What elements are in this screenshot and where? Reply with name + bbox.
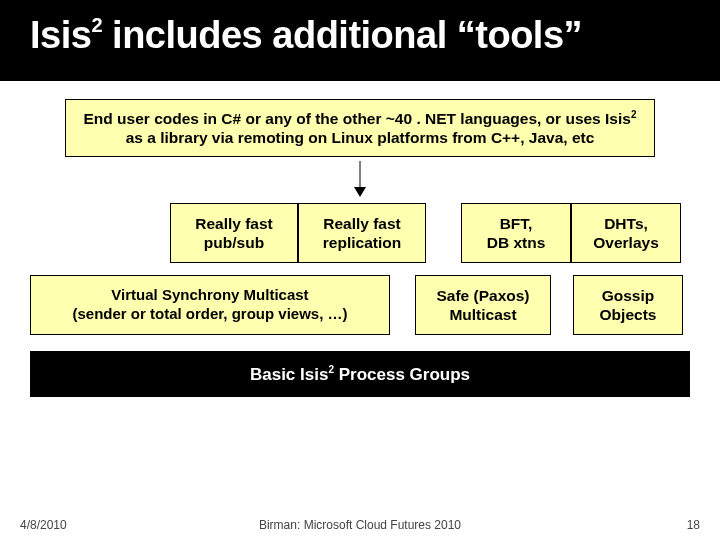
replication-line1: Really fast xyxy=(323,215,401,232)
vsync-line1: Virtual Synchrony Multicast xyxy=(111,286,308,303)
spacer xyxy=(30,203,170,263)
gap xyxy=(426,203,461,263)
pubsub-line1: Really fast xyxy=(195,215,273,232)
pubsub-line2: pub/sub xyxy=(204,234,264,251)
process-groups-label: Basic Isis2 Process Groups xyxy=(250,364,470,385)
dht-line2: Overlays xyxy=(593,234,659,251)
end-user-box: End user codes in C# or any of the other… xyxy=(65,99,655,157)
gap xyxy=(551,275,573,335)
content-area: End user codes in C# or any of the other… xyxy=(0,81,720,540)
dht-line1: DHTs, xyxy=(604,215,648,232)
dht-box: DHTs,Overlays xyxy=(571,203,681,263)
arrow-down-icon xyxy=(350,161,370,197)
footer-page: 18 xyxy=(687,518,700,532)
gossip-box: GossipObjects xyxy=(573,275,683,335)
process-groups-band: Basic Isis2 Process Groups xyxy=(30,351,690,397)
footer-date: 4/8/2010 xyxy=(20,518,67,532)
gap xyxy=(390,275,415,335)
replication-line2: replication xyxy=(323,234,401,251)
process-groups-a: Basic Isis xyxy=(250,364,328,383)
slide-title: Isis2 includes additional “tools” xyxy=(30,14,690,57)
end-user-text-b: as a library via remoting on Linux platf… xyxy=(126,129,595,146)
bft-box: BFT,DB xtns xyxy=(461,203,571,263)
title-suffix: includes additional “tools” xyxy=(102,14,582,56)
footer-center: Birman: Microsoft Cloud Futures 2010 xyxy=(259,518,461,532)
vsync-box: Virtual Synchrony Multicast(sender or to… xyxy=(30,275,390,335)
pubsub-box: Really fastpub/sub xyxy=(170,203,298,263)
slide: Isis2 includes additional “tools” End us… xyxy=(0,0,720,540)
end-user-superscript: 2 xyxy=(631,109,637,120)
paxos-line1: Safe (Paxos) xyxy=(436,287,529,304)
paxos-box: Safe (Paxos)Multicast xyxy=(415,275,551,335)
title-superscript: 2 xyxy=(91,14,102,36)
bft-line2: DB xtns xyxy=(487,234,546,251)
title-band: Isis2 includes additional “tools” xyxy=(0,0,720,81)
title-prefix: Isis xyxy=(30,14,91,56)
bft-line1: BFT, xyxy=(500,215,533,232)
arrow-down xyxy=(30,161,690,197)
footer: 4/8/2010 Birman: Microsoft Cloud Futures… xyxy=(0,518,720,532)
paxos-line2: Multicast xyxy=(449,306,516,323)
process-groups-b: Process Groups xyxy=(334,364,470,383)
gossip-line2: Objects xyxy=(600,306,657,323)
multicast-row: Virtual Synchrony Multicast(sender or to… xyxy=(30,275,690,335)
svg-marker-1 xyxy=(354,187,366,197)
vsync-line2: (sender or total order, group views, …) xyxy=(72,305,347,322)
tools-row: Really fastpub/sub Really fastreplicatio… xyxy=(30,203,690,263)
end-user-text-a: End user codes in C# or any of the other… xyxy=(84,110,631,127)
gossip-line1: Gossip xyxy=(602,287,655,304)
replication-box: Really fastreplication xyxy=(298,203,426,263)
